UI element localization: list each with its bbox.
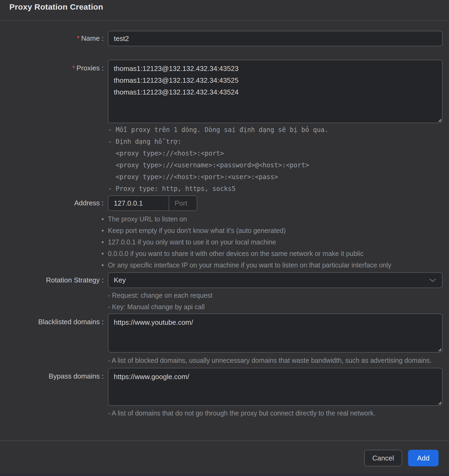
blacklisted-domains-help: - A list of blocked domains, usually unn… — [108, 355, 443, 366]
blacklisted-domains-row: Blacklisted domains : https://www.youtub… — [0, 313, 449, 366]
bypass-domains-help: - A list of domains that do not go throu… — [108, 407, 443, 419]
blacklisted-domains-textarea[interactable]: https://www.youtube.com/ — [108, 313, 443, 353]
help-line: - Proxy type: http, https, socks5 — [108, 183, 443, 195]
bottom-edge-strip — [0, 474, 449, 476]
port-input[interactable] — [169, 196, 197, 210]
address-label: Address : — [0, 195, 108, 207]
name-label: *Name : — [0, 31, 108, 43]
resize-grip-icon[interactable] — [437, 347, 442, 352]
help-bullet: 127.0.0.1 if you only want to use it on … — [108, 236, 443, 248]
help-bullet: The proxy URL to listen on — [108, 213, 443, 225]
bypass-domains-row: Bypass domains : https://www.google.com/… — [0, 368, 449, 419]
dialog-header: Proxy Rotation Creation — [0, 0, 449, 21]
help-line: <proxy type>://<username>:<password>@<ho… — [108, 159, 443, 171]
rotation-strategy-row: Rotation Strategy : Key - Request: chang… — [0, 272, 449, 313]
name-label-text: Name : — [81, 34, 104, 42]
address-row: Address : The proxy URL to listen on Kee… — [0, 195, 449, 271]
proxy-rotation-form: *Name : *Proxies : thomas1:12123@132.132… — [0, 21, 449, 419]
help-line: - Định dạng hỗ trợ: — [108, 136, 443, 148]
required-marker: * — [72, 64, 75, 72]
help-bullet: Or any specific interface IP on your mac… — [108, 259, 443, 271]
rotation-strategy-select[interactable]: Key — [108, 272, 443, 288]
name-row: *Name : — [0, 31, 449, 46]
help-bullet: Keep port empty if you don't know what i… — [108, 225, 443, 236]
rotation-strategy-label: Rotation Strategy : — [0, 272, 108, 284]
resize-grip-icon[interactable] — [437, 118, 442, 122]
proxies-label-text: Proxies : — [77, 64, 104, 72]
page-title: Proxy Rotation Creation — [9, 2, 449, 12]
proxies-row: *Proxies : thomas1:12123@132.132.432.34:… — [0, 60, 449, 195]
help-line: - Key: Manual change by api call — [108, 301, 443, 313]
address-help-list: The proxy URL to listen on Keep port emp… — [108, 213, 443, 271]
proxies-label: *Proxies : — [0, 60, 108, 72]
rotation-strategy-value: Key — [114, 276, 126, 284]
bypass-domains-textarea[interactable]: https://www.google.com/ — [108, 368, 443, 406]
address-label-text: Address : — [74, 199, 104, 207]
resize-grip-icon[interactable] — [437, 401, 442, 405]
blacklisted-domains-label: Blacklisted domains : — [0, 313, 108, 326]
help-bullet: 0.0.0.0 if you want to share it with oth… — [108, 248, 443, 259]
required-marker: * — [77, 34, 80, 42]
help-line: - Mỗi proxy trên 1 dòng. Dòng sai định d… — [108, 124, 443, 136]
bypass-domains-label-text: Bypass domains : — [49, 372, 104, 380]
proxy-rotation-dialog: Proxy Rotation Creation *Name : *Proxies… — [0, 0, 449, 419]
address-input[interactable] — [108, 196, 169, 210]
rotation-strategy-label-text: Rotation Strategy : — [46, 276, 104, 284]
address-input-group — [108, 195, 197, 211]
proxies-textarea[interactable]: thomas1:12123@132.132.432.34:43523 thoma… — [108, 60, 443, 123]
help-line: - Request: change on each request — [108, 290, 443, 301]
blacklisted-domains-label-text: Blacklisted domains : — [38, 318, 104, 326]
add-button[interactable]: Add — [408, 450, 439, 466]
rotation-strategy-help: - Request: change on each request - Key:… — [108, 290, 443, 313]
proxies-format-help: - Mỗi proxy trên 1 dòng. Dòng sai định d… — [108, 124, 443, 195]
help-line: <proxy type>://<host>:<port>:<user>:<pas… — [108, 171, 443, 183]
dialog-footer: Cancel Add — [0, 440, 449, 474]
cancel-button[interactable]: Cancel — [364, 450, 402, 466]
name-input[interactable] — [108, 31, 443, 46]
help-line: <proxy type>://<host>:<port> — [108, 148, 443, 159]
chevron-down-icon — [429, 278, 436, 282]
bypass-domains-label: Bypass domains : — [0, 368, 108, 380]
